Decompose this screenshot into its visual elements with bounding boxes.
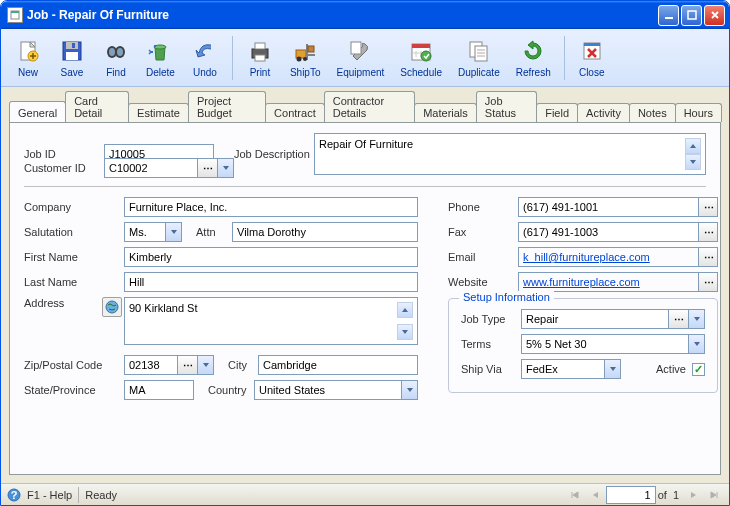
svg-rect-18 (296, 50, 306, 58)
pager-first-button[interactable] (566, 487, 584, 503)
tab-estimate[interactable]: Estimate (128, 103, 189, 122)
zip-input[interactable] (124, 355, 177, 375)
website-link[interactable]: www.furnitureplace.com (518, 272, 698, 292)
tab-project-budget[interactable]: Project Budget (188, 91, 266, 122)
refresh-button[interactable]: Refresh (509, 32, 558, 84)
tab-general[interactable]: General (9, 101, 66, 122)
pager-next-button[interactable] (685, 487, 703, 503)
label-city: City (228, 359, 258, 371)
addr-scroll-up-button[interactable] (397, 302, 413, 318)
label-zip: Zip/Postal Code (24, 359, 124, 371)
globe-icon[interactable] (102, 297, 122, 317)
salutation-combo[interactable] (124, 222, 182, 242)
shipto-button[interactable]: ShipTo (283, 32, 328, 84)
terms-input[interactable] (521, 334, 688, 354)
customer-id-combo[interactable]: ⋯ (104, 158, 234, 178)
label-salutation: Salutation (24, 226, 124, 238)
maximize-button[interactable] (681, 5, 702, 26)
tab-field[interactable]: Field (536, 103, 578, 122)
close-button[interactable]: Close (571, 32, 613, 84)
dup-icon (465, 37, 493, 65)
help-icon: ? (7, 488, 21, 502)
print-button[interactable]: Print (239, 32, 281, 84)
company-field[interactable] (124, 197, 418, 217)
wrench-icon (346, 37, 374, 65)
first-name-field[interactable] (124, 247, 418, 267)
job-desc-field[interactable]: Repair Of Furniture (314, 133, 706, 175)
svg-point-21 (297, 57, 302, 62)
right-column: Phone ⋯ Fax ⋯ Email k_hill@furnitureplac… (448, 197, 718, 405)
svg-point-22 (303, 57, 307, 61)
phone-field[interactable] (518, 197, 698, 217)
job-type-input[interactable] (521, 309, 668, 329)
email-more-button[interactable]: ⋯ (698, 247, 718, 267)
terms-combo[interactable] (521, 334, 705, 354)
titlebar: Job - Repair Of Furniture (1, 1, 729, 29)
email-link[interactable]: k_hill@furnitureplace.com (518, 247, 698, 267)
tab-contract[interactable]: Contract (265, 103, 325, 122)
tab-activity[interactable]: Activity (577, 103, 630, 122)
undo-button[interactable]: Undo (184, 32, 226, 84)
job-type-combo[interactable]: ⋯ (521, 309, 705, 329)
address-field[interactable]: 90 Kirkland St (124, 297, 418, 345)
phone-more-button[interactable]: ⋯ (698, 197, 718, 217)
tool-label: Undo (193, 67, 217, 78)
job-type-dropdown-button[interactable] (688, 309, 705, 329)
zip-dropdown-button[interactable] (197, 355, 214, 375)
zip-lookup-button[interactable]: ⋯ (177, 355, 197, 375)
tab-materials[interactable]: Materials (414, 103, 477, 122)
tab-contractor-details[interactable]: Contractor Details (324, 91, 416, 122)
country-combo[interactable] (254, 380, 418, 400)
last-name-field[interactable] (124, 272, 418, 292)
terms-dropdown-button[interactable] (688, 334, 705, 354)
pager-last-button[interactable] (705, 487, 723, 503)
save-button[interactable]: Save (51, 32, 93, 84)
attn-field[interactable] (232, 222, 418, 242)
job-type-lookup-button[interactable]: ⋯ (668, 309, 688, 329)
svg-point-32 (106, 301, 118, 313)
printer-icon (246, 37, 274, 65)
ship-via-combo[interactable] (521, 359, 621, 379)
pager-prev-button[interactable] (586, 487, 604, 503)
state-field[interactable] (124, 380, 194, 400)
tab-card-detail[interactable]: Card Detail (65, 91, 129, 122)
svg-rect-9 (66, 52, 78, 60)
pager-total: 1 (673, 489, 679, 501)
minimize-button[interactable] (658, 5, 679, 26)
delete-button[interactable]: Delete (139, 32, 182, 84)
ship-via-dropdown-button[interactable] (604, 359, 621, 379)
close-window-button[interactable] (704, 5, 725, 26)
tab-hours[interactable]: Hours (675, 103, 722, 122)
customer-id-input[interactable] (104, 158, 197, 178)
schedule-button[interactable]: Schedule (393, 32, 449, 84)
find-button[interactable]: Find (95, 32, 137, 84)
close-icon (578, 37, 606, 65)
refresh-icon (519, 37, 547, 65)
forklift-icon (291, 37, 319, 65)
zip-combo[interactable]: ⋯ (124, 355, 214, 375)
country-input[interactable] (254, 380, 401, 400)
salutation-dropdown-button[interactable] (165, 222, 182, 242)
fax-more-button[interactable]: ⋯ (698, 222, 718, 242)
country-dropdown-button[interactable] (401, 380, 418, 400)
label-country: Country (208, 384, 254, 396)
active-checkbox[interactable] (692, 363, 705, 376)
new-button[interactable]: New (7, 32, 49, 84)
duplicate-button[interactable]: Duplicate (451, 32, 507, 84)
customer-id-dropdown-button[interactable] (217, 158, 234, 178)
svg-rect-23 (308, 46, 314, 52)
city-field[interactable] (258, 355, 418, 375)
svg-rect-16 (255, 43, 265, 49)
addr-scroll-down-button[interactable] (397, 324, 413, 340)
scroll-up-button[interactable] (685, 138, 701, 154)
ship-via-input[interactable] (521, 359, 604, 379)
tab-job-status[interactable]: Job Status (476, 91, 537, 122)
equipment-button[interactable]: Equipment (329, 32, 391, 84)
website-more-button[interactable]: ⋯ (698, 272, 718, 292)
salutation-input[interactable] (124, 222, 165, 242)
fax-field[interactable] (518, 222, 698, 242)
tab-notes[interactable]: Notes (629, 103, 676, 122)
scroll-down-button[interactable] (685, 154, 701, 170)
pager-page-input[interactable] (606, 486, 656, 504)
customer-id-lookup-button[interactable]: ⋯ (197, 158, 217, 178)
